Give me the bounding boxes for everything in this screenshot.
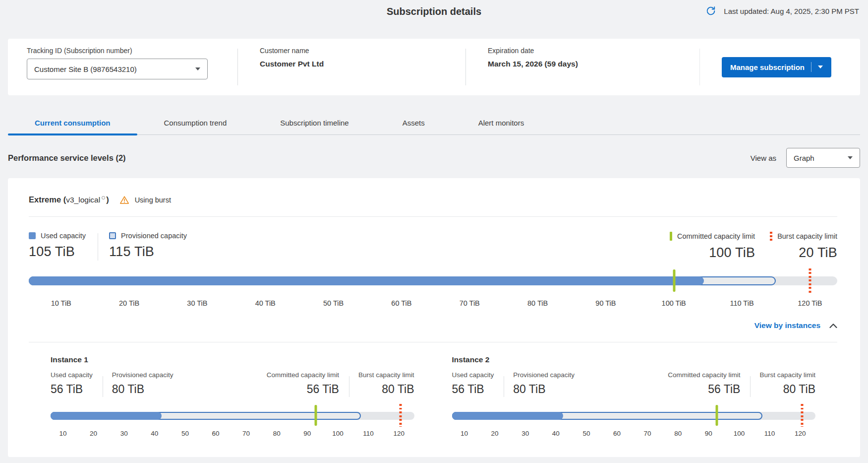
provisioned-capacity-stat: Provisioned capacity80 TiB	[112, 371, 174, 396]
customer-name-label: Customer name	[260, 47, 465, 55]
used-capacity-value: 56 TiB	[51, 383, 93, 396]
axis-tick-label: 50 TiB	[323, 299, 344, 307]
view-by-instances-link[interactable]: View by instances	[754, 321, 837, 330]
axis-tick-label: 60	[212, 430, 219, 437]
button-divider	[811, 62, 811, 72]
axis-tick-label: 120	[795, 430, 806, 437]
axis-tick-label: 20	[90, 430, 97, 437]
used-capacity-label: Used capacity	[41, 232, 86, 240]
divider	[98, 233, 98, 261]
burst-limit-label: Burst capacity limit	[358, 371, 414, 379]
committed-limit-value: 56 TiB	[668, 383, 740, 396]
instance-stats-row: Used capacity56 TiBProvisioned capacity8…	[51, 371, 414, 397]
axis-tick-label: 70	[242, 430, 250, 437]
burst-limit-value: 80 TiB	[358, 383, 414, 396]
committed-limit-stat: Committed capacity limit56 TiB	[267, 371, 339, 397]
burst-limit-marker	[400, 404, 402, 427]
axis-tick-label: 90 TiB	[595, 299, 616, 307]
committed-limit-swatch	[670, 232, 672, 241]
service-level-name-value: v3_logical	[66, 196, 100, 204]
axis-tick-label: 20	[491, 430, 499, 437]
burst-status-text: Using burst	[135, 196, 171, 204]
expiration-date-section: Expiration date March 15, 2026 (59 days)	[488, 39, 699, 95]
axis-tick-label: 80 TiB	[527, 299, 548, 307]
instance-capacity-axis: 102030405060708090100110120	[51, 430, 414, 439]
capacity-legend: Used capacity 105 TiB Provisioned capaci…	[29, 232, 837, 261]
instance-capacity-gauge	[51, 405, 414, 427]
axis-tick-label: 90	[705, 430, 712, 437]
used-capacity-label: Used capacity	[452, 371, 494, 379]
burst-limit-value: 20 TiB	[770, 245, 837, 261]
instances-section: Instance 1Used capacity56 TiBProvisioned…	[29, 355, 837, 439]
committed-limit-label: Committed capacity limit	[668, 371, 740, 379]
used-capacity-stat: Used capacity56 TiB	[51, 371, 93, 396]
service-level-name-prefix: Extreme (	[29, 195, 66, 204]
committed-limit-legend: Committed capacity limit 100 TiB	[670, 232, 755, 261]
axis-tick-label: 40	[151, 430, 158, 437]
tab-subscription-timeline[interactable]: Subscription timeline	[253, 111, 375, 134]
committed-limit-marker	[716, 405, 718, 426]
burst-limit-marker	[801, 404, 803, 427]
used-capacity-bar	[29, 276, 704, 285]
used-capacity-legend: Used capacity 105 TiB	[29, 232, 86, 260]
axis-tick-label: 30 TiB	[187, 299, 207, 307]
used-capacity-label: Used capacity	[51, 371, 93, 379]
view-as-select[interactable]: Graph	[786, 148, 860, 168]
view-as-value: Graph	[794, 154, 814, 162]
last-updated-area: Last updated: Aug 4, 2025, 2:30 PM PST	[705, 5, 859, 16]
manage-subscription-label: Manage subscription	[730, 63, 805, 71]
axis-tick-label: 110 TiB	[730, 299, 753, 307]
burst-limit-label: Burst capacity limit	[777, 232, 837, 240]
customer-name-value: Customer Pvt Ltd	[260, 60, 465, 68]
tab-assets[interactable]: Assets	[376, 111, 452, 134]
tab-consumption-trend[interactable]: Consumption trend	[137, 111, 254, 134]
capacity-axis: 10 TiB20 TiB30 TiB40 TiB50 TiB60 TiB70 T…	[29, 299, 837, 308]
section-header-row: Performance service levels (2) View as G…	[8, 147, 860, 169]
provisioned-capacity-value: 115 TiB	[109, 244, 187, 260]
last-updated-text: Last updated: Aug 4, 2025, 2:30 PM PST	[724, 7, 859, 15]
chevron-down-icon	[848, 156, 853, 159]
committed-limit-stat: Committed capacity limit56 TiB	[668, 371, 740, 397]
view-as-label: View as	[751, 154, 776, 162]
axis-tick-label: 40	[552, 430, 560, 437]
axis-tick-label: 30	[521, 430, 529, 437]
service-level-title-row: Extreme (v3_logical) Using burst	[29, 195, 837, 204]
provisioned-capacity-stat: Provisioned capacity80 TiB	[513, 371, 575, 396]
tab-alert-monitors[interactable]: Alert monitors	[452, 111, 551, 134]
provisioned-capacity-legend: Provisioned capacity 115 TiB	[109, 232, 187, 260]
instance-capacity-gauge	[452, 405, 816, 427]
expiration-date-value: March 15, 2026 (59 days)	[488, 60, 699, 68]
committed-limit-marker	[314, 405, 317, 426]
instance-capacity-axis: 102030405060708090100110120	[452, 430, 816, 439]
used-capacity-swatch	[29, 232, 36, 239]
axis-tick-label: 110	[363, 430, 374, 437]
burst-limit-value: 80 TiB	[759, 383, 815, 396]
committed-limit-label: Committed capacity limit	[677, 232, 755, 240]
tab-current-consumption[interactable]: Current consumption	[8, 111, 137, 134]
instance-title: Instance 2	[452, 355, 816, 364]
burst-limit-marker	[809, 268, 811, 293]
axis-tick-label: 120 TiB	[798, 299, 822, 307]
capacity-gauge	[29, 268, 837, 293]
info-icon[interactable]	[102, 196, 105, 199]
committed-limit-value: 100 TiB	[670, 245, 755, 261]
axis-tick-label: 80	[273, 430, 281, 437]
axis-tick-label: 90	[303, 430, 311, 437]
tracking-id-select[interactable]: Customer Site B (9876543210)	[27, 59, 208, 79]
used-capacity-value: 105 TiB	[29, 244, 86, 260]
instance-stats-row: Used capacity56 TiBProvisioned capacity8…	[452, 371, 816, 397]
burst-limit-stat: Burst capacity limit80 TiB	[759, 371, 815, 397]
axis-tick-label: 100	[332, 430, 344, 437]
chevron-down-icon[interactable]	[818, 66, 823, 68]
axis-tick-label: 110	[764, 430, 775, 437]
manage-subscription-button[interactable]: Manage subscription	[722, 57, 831, 77]
view-by-instances-text: View by instances	[754, 321, 820, 330]
axis-tick-label: 10	[461, 430, 468, 437]
provisioned-capacity-value: 80 TiB	[112, 383, 174, 396]
axis-tick-label: 70 TiB	[460, 299, 480, 307]
axis-tick-label: 50	[181, 430, 189, 437]
divider	[29, 342, 837, 342]
used-capacity-value: 56 TiB	[452, 383, 494, 396]
axis-tick-label: 10	[59, 430, 66, 437]
refresh-icon[interactable]	[705, 5, 716, 16]
